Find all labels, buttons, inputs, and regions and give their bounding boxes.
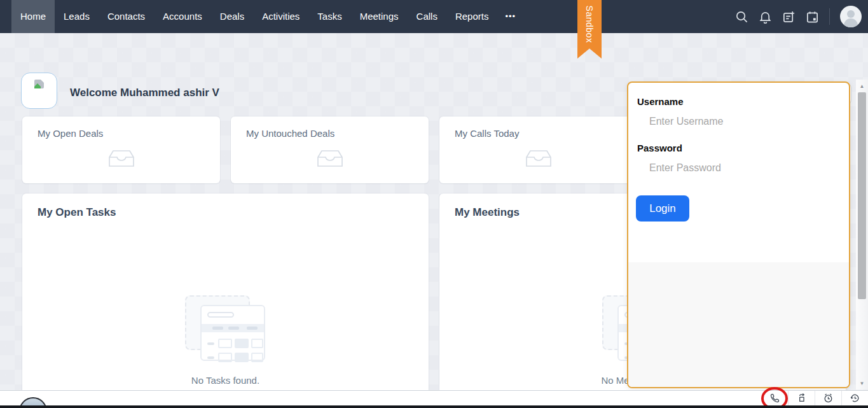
empty-tray-icon — [524, 148, 553, 169]
scrollbar-down-arrow[interactable]: ▼ — [856, 378, 868, 388]
softphone-login-panel: Username Password Login — [627, 81, 850, 388]
history-icon — [850, 393, 860, 404]
alarm-icon — [823, 393, 834, 404]
card-title: My Calls Today — [455, 128, 519, 139]
tab-calls[interactable]: Calls — [408, 0, 446, 33]
password-field[interactable] — [649, 162, 815, 174]
tab-home[interactable]: Home — [11, 0, 55, 33]
compose-note-icon[interactable] — [782, 10, 796, 24]
card-title: My Meetings — [455, 206, 520, 219]
tab-contacts[interactable]: Contacts — [99, 0, 154, 33]
calendar-icon[interactable] — [806, 10, 819, 24]
nav-divider — [829, 8, 830, 25]
card-title: My Open Deals — [38, 128, 103, 139]
empty-tray-icon — [315, 148, 345, 169]
empty-table-illustration — [185, 295, 266, 362]
tab-activities[interactable]: Activities — [253, 0, 308, 33]
username-field[interactable] — [649, 116, 815, 127]
bottom-utility-bar — [0, 390, 868, 405]
profile-image-placeholder[interactable] — [21, 73, 57, 109]
phone-icon — [769, 393, 780, 404]
zoho-crm-screen: Home Leads Contacts Accounts Deals Activ… — [0, 0, 868, 408]
tabs-overflow-button[interactable]: ••• — [497, 0, 523, 33]
avatar-head-shape — [847, 10, 855, 18]
password-label: Password — [637, 143, 849, 153]
sandbox-ribbon-label: Sandbox — [584, 6, 595, 43]
username-label: Username — [637, 96, 849, 107]
nav-right-controls — [735, 0, 862, 33]
tab-tasks[interactable]: Tasks — [308, 0, 350, 33]
search-icon[interactable] — [735, 10, 748, 24]
history-button[interactable] — [841, 391, 868, 405]
phone-button[interactable] — [761, 391, 788, 405]
tab-reports[interactable]: Reports — [446, 0, 498, 33]
alarm-button[interactable] — [815, 391, 841, 405]
signals-icon — [796, 393, 807, 404]
broken-image-icon — [34, 78, 45, 90]
notifications-bell-icon[interactable] — [759, 10, 772, 24]
bottom-bar-icons — [761, 391, 868, 405]
scrollbar-up-arrow[interactable]: ▲ — [856, 81, 868, 91]
taskbar-edge — [0, 405, 868, 408]
login-button[interactable]: Login — [636, 195, 689, 222]
empty-tray-icon — [107, 148, 136, 169]
card-title: My Open Tasks — [38, 206, 116, 219]
signals-button[interactable] — [788, 391, 815, 405]
vertical-scrollbar[interactable]: ▲ ▼ — [856, 80, 868, 390]
card-my-calls-today[interactable]: My Calls Today — [439, 116, 637, 183]
card-title: My Untouched Deals — [246, 128, 334, 139]
tab-accounts[interactable]: Accounts — [154, 0, 211, 33]
scrollbar-thumb[interactable] — [858, 92, 866, 299]
welcome-title: Welcome Muhammed ashir V — [70, 87, 219, 99]
no-tasks-text: No Tasks found. — [22, 375, 429, 386]
tab-deals[interactable]: Deals — [211, 0, 253, 33]
card-my-open-deals[interactable]: My Open Deals — [22, 116, 220, 183]
tab-meetings[interactable]: Meetings — [351, 0, 408, 33]
top-navigation-bar: Home Leads Contacts Accounts Deals Activ… — [0, 0, 868, 33]
module-tabs: Home Leads Contacts Accounts Deals Activ… — [11, 0, 497, 33]
card-my-open-tasks[interactable]: My Open Tasks No Tasks found. — [22, 193, 429, 408]
card-my-untouched-deals[interactable]: My Untouched Deals — [231, 116, 429, 183]
tab-leads[interactable]: Leads — [55, 0, 99, 33]
user-avatar[interactable] — [840, 6, 862, 27]
panel-lower-area — [628, 262, 849, 387]
avatar-body-shape — [844, 18, 858, 27]
